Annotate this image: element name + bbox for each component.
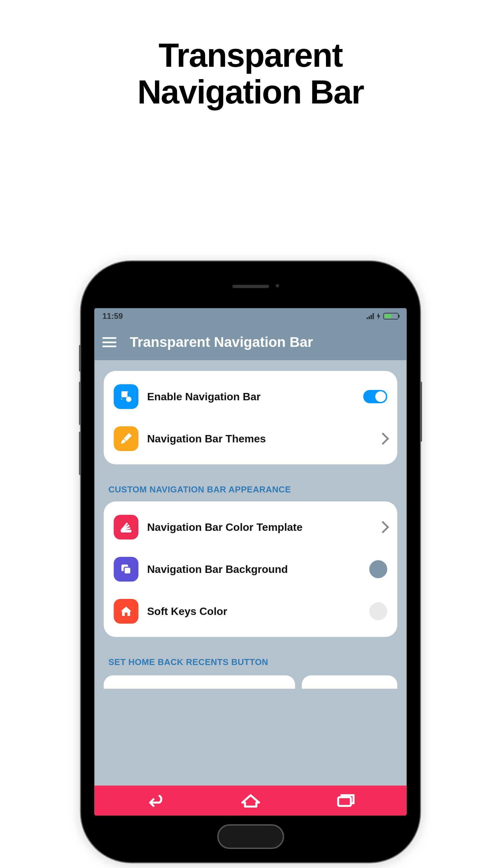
chevron-right-icon bbox=[377, 433, 389, 445]
row-color-template[interactable]: Navigation Bar Color Template bbox=[110, 506, 391, 548]
row-label: Navigation Bar Background bbox=[147, 563, 361, 576]
row-enable-navbar[interactable]: Enable Navigation Bar bbox=[110, 376, 391, 417]
chevron-right-icon bbox=[377, 521, 389, 533]
marketing-heading: Transparent Navigation Bar bbox=[0, 0, 501, 110]
device-navbar bbox=[95, 785, 407, 816]
card-appearance: Navigation Bar Color Template Navigation… bbox=[104, 501, 397, 637]
status-time: 11:59 bbox=[103, 312, 123, 321]
phone-sensor-dot bbox=[276, 284, 279, 287]
screen: 11:59 Transparent Navigation Bar Enable … bbox=[95, 308, 407, 816]
nav-recents-button[interactable] bbox=[334, 792, 358, 809]
status-bar: 11:59 bbox=[95, 308, 407, 324]
app-bar-title: Transparent Navigation Bar bbox=[130, 334, 313, 350]
card-main: Enable Navigation Bar Navigation Bar The… bbox=[104, 371, 397, 464]
row-label: Navigation Bar Color Template bbox=[147, 521, 370, 533]
row-label: Navigation Bar Themes bbox=[147, 433, 370, 445]
phone-side-button bbox=[79, 345, 81, 371]
svg-rect-0 bbox=[121, 391, 128, 397]
copy-icon bbox=[114, 557, 139, 582]
battery-icon bbox=[383, 313, 399, 319]
menu-icon[interactable] bbox=[103, 337, 117, 347]
color-swatch-softkeys[interactable] bbox=[370, 602, 387, 620]
charge-icon bbox=[377, 313, 381, 319]
card-partial[interactable] bbox=[302, 675, 397, 689]
row-label: Soft Keys Color bbox=[147, 605, 361, 618]
row-label: Enable Navigation Bar bbox=[147, 391, 355, 403]
phone-side-button bbox=[79, 382, 81, 425]
app-bar: Transparent Navigation Bar bbox=[95, 324, 407, 360]
svg-point-1 bbox=[126, 397, 131, 402]
row-navbar-background[interactable]: Navigation Bar Background bbox=[110, 548, 391, 590]
card-partial[interactable] bbox=[104, 675, 295, 689]
color-swatch-background[interactable] bbox=[370, 560, 387, 578]
svg-rect-4 bbox=[338, 797, 351, 806]
nav-back-button[interactable] bbox=[143, 792, 167, 809]
phone-side-button bbox=[79, 432, 81, 475]
row-softkeys-color[interactable]: Soft Keys Color bbox=[110, 590, 391, 632]
palette-icon bbox=[114, 515, 139, 540]
home-icon bbox=[114, 599, 139, 623]
row-navbar-themes[interactable]: Navigation Bar Themes bbox=[110, 417, 391, 460]
svg-rect-3 bbox=[124, 567, 131, 574]
status-right bbox=[367, 313, 399, 319]
enable-toggle[interactable] bbox=[363, 390, 387, 403]
nav-home-button[interactable] bbox=[239, 792, 262, 809]
brush-icon bbox=[114, 426, 139, 451]
phone-speaker bbox=[232, 285, 269, 288]
signal-icon bbox=[367, 313, 374, 319]
shapes-icon bbox=[114, 384, 139, 409]
card-buttons-partial bbox=[104, 675, 397, 689]
content-scroll[interactable]: Enable Navigation Bar Navigation Bar The… bbox=[95, 360, 407, 785]
section-header-appearance: CUSTOM NAVIGATION BAR APPEARANCE bbox=[104, 472, 397, 501]
phone-side-button bbox=[420, 382, 422, 442]
phone-frame: 11:59 Transparent Navigation Bar Enable … bbox=[81, 261, 420, 862]
section-header-buttons: SET HOME BACK RECENTS BUTTON bbox=[104, 644, 397, 674]
phone-home-button[interactable] bbox=[217, 824, 284, 849]
